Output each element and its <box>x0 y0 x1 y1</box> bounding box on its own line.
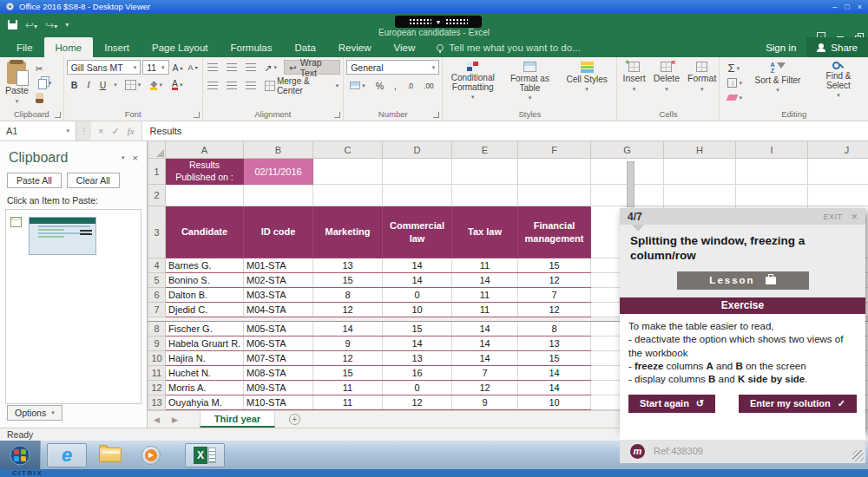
number-format-combo[interactable]: General▾ <box>346 60 439 75</box>
tab-data[interactable]: Data <box>284 37 327 57</box>
shrink-font-button[interactable]: A▾ <box>187 60 200 75</box>
cell[interactable]: Djedid C. <box>166 303 244 317</box>
cell[interactable]: 7 <box>518 288 591 303</box>
paste-button[interactable]: Paste ▾ <box>3 60 31 107</box>
insert-function-icon[interactable]: fx <box>128 126 135 136</box>
formula-input[interactable]: Results <box>142 121 868 140</box>
align-right-button[interactable] <box>244 78 258 93</box>
cell[interactable] <box>736 159 808 185</box>
cell[interactable]: 9 <box>148 337 166 351</box>
cell[interactable]: M03-STA <box>244 288 313 303</box>
cell[interactable]: 11 <box>313 381 383 395</box>
sheet-tab-third-year[interactable]: Third year <box>200 411 275 428</box>
orientation-button[interactable]: ↗▾ <box>263 60 279 75</box>
format-painter-button[interactable] <box>34 90 54 105</box>
name-box[interactable]: A1 ▾ <box>0 121 76 140</box>
col-header-h[interactable]: H <box>664 141 736 159</box>
cell[interactable]: 6 <box>148 288 166 303</box>
vertical-scrollbar[interactable] <box>627 161 635 207</box>
cell[interactable]: 9 <box>313 337 383 351</box>
cell[interactable]: 11 <box>452 303 518 317</box>
cell-b1[interactable]: 02/11/2016 <box>244 159 313 185</box>
cell[interactable]: M09-STA <box>244 381 313 395</box>
cell[interactable]: 14 <box>452 322 518 337</box>
decrease-decimal-button[interactable]: .00 <box>422 78 436 93</box>
delete-cells-button[interactable]: × Delete ▾ <box>651 60 682 95</box>
cell[interactable]: Barnes G. <box>166 258 244 273</box>
cell[interactable]: 13 <box>148 395 166 410</box>
cell[interactable]: Dalton B. <box>166 288 244 303</box>
conditional-formatting-button[interactable]: Conditional Formatting ▾ <box>446 60 500 102</box>
underline-button[interactable]: U <box>98 77 108 92</box>
format-cells-button[interactable]: Format ▾ <box>685 60 719 95</box>
tab-page-layout[interactable]: Page Layout <box>141 37 220 57</box>
cell[interactable]: 13 <box>313 258 383 273</box>
cell[interactable] <box>518 185 591 206</box>
tab-home[interactable]: Home <box>44 37 94 57</box>
cell[interactable]: Habela Gruart R. <box>166 337 244 351</box>
grow-font-button[interactable]: A▴ <box>171 60 185 75</box>
italic-button[interactable]: I <box>85 77 92 92</box>
cell[interactable] <box>166 185 244 206</box>
col-header-a[interactable]: A <box>166 141 244 159</box>
col-header-e[interactable]: E <box>452 141 518 159</box>
col-header-c[interactable]: C <box>313 141 383 159</box>
resize-handle[interactable] <box>852 450 864 461</box>
cell[interactable]: 12 <box>313 303 383 317</box>
tab-file[interactable]: File <box>5 37 44 57</box>
cell[interactable]: 5 <box>148 273 166 288</box>
cell[interactable]: 14 <box>518 381 591 395</box>
tab-insert[interactable]: Insert <box>93 37 141 57</box>
merge-center-button[interactable]: Merge & Center ▾ <box>263 78 341 93</box>
clear-button[interactable]: ▾ <box>726 90 744 105</box>
cell[interactable]: 7 <box>452 366 518 381</box>
align-middle-button[interactable] <box>225 60 239 75</box>
cell[interactable]: M06-STA <box>244 337 313 351</box>
paste-all-button[interactable]: Paste All <box>7 173 62 188</box>
bold-button[interactable]: B <box>69 77 80 92</box>
paste-dropdown-icon[interactable]: ▾ <box>16 98 19 105</box>
tab-formulas[interactable]: Formulas <box>220 37 284 57</box>
cell[interactable]: 12 <box>313 351 383 366</box>
taskbar-file-explorer[interactable] <box>93 443 128 467</box>
cell[interactable]: 12 <box>518 303 591 317</box>
cell[interactable]: 15 <box>313 273 383 288</box>
table-header-candidate[interactable]: Candidate <box>166 206 244 258</box>
row-header-3[interactable]: 3 <box>148 206 166 258</box>
cell-styles-button[interactable]: Cell Styles ▾ <box>560 60 614 95</box>
viewer-close-button[interactable]: × <box>858 3 862 11</box>
number-dialog-launcher[interactable] <box>433 112 439 118</box>
cell[interactable]: 14 <box>452 273 518 288</box>
cell[interactable]: 10 <box>518 395 591 410</box>
cell[interactable]: 10 <box>383 303 452 317</box>
row-header-1[interactable]: 1 <box>148 159 166 185</box>
row-header-2[interactable]: 2 <box>148 185 166 206</box>
cell[interactable]: 13 <box>383 351 452 366</box>
font-size-combo[interactable]: 11▾ <box>142 60 168 75</box>
align-left-button[interactable] <box>206 78 220 93</box>
align-top-button[interactable] <box>206 60 220 75</box>
cell[interactable]: Ouyahyia M. <box>166 395 244 410</box>
col-header-i[interactable]: I <box>736 141 808 159</box>
cell[interactable]: Fischer G. <box>166 322 244 337</box>
tab-view[interactable]: View <box>383 37 427 57</box>
cell[interactable]: 8 <box>148 322 166 337</box>
select-all-corner[interactable] <box>148 141 166 159</box>
formula-bar-grip[interactable]: ⋮ <box>76 127 91 135</box>
cell[interactable] <box>808 185 868 206</box>
cell[interactable]: 11 <box>452 258 518 273</box>
align-bottom-button[interactable] <box>244 60 258 75</box>
cell[interactable]: 14 <box>313 322 383 337</box>
table-header-id-code[interactable]: ID code <box>244 206 313 258</box>
viewer-maximize-button[interactable]: □ <box>845 3 849 11</box>
wrap-text-button[interactable]: ↩ Wrap Text <box>284 60 340 75</box>
alignment-dialog-launcher[interactable] <box>334 112 340 118</box>
enter-my-solution-button[interactable]: Enter my solution ✓ <box>739 395 857 413</box>
col-header-d[interactable]: D <box>383 141 452 159</box>
col-header-b[interactable]: B <box>244 141 313 159</box>
increase-decimal-button[interactable]: .0 <box>405 78 415 93</box>
col-header-j[interactable]: J <box>808 141 868 159</box>
cell[interactable] <box>518 159 591 185</box>
cell[interactable]: 10 <box>148 351 166 366</box>
cell[interactable]: 14 <box>383 337 452 351</box>
